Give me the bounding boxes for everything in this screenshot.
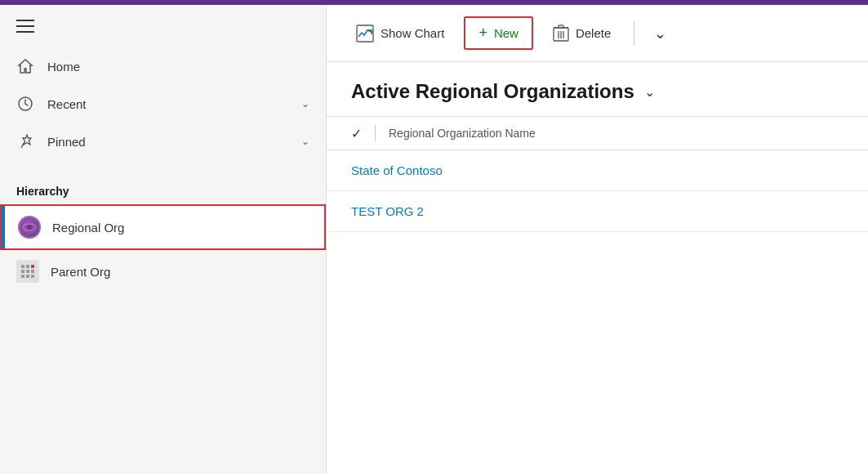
svg-rect-10 [26,270,29,273]
toolbar: Show Chart + New Delete [327,5,868,62]
list-item-link[interactable]: TEST ORG 2 [351,204,424,218]
sidebar-header [0,5,326,47]
parent-org-label: Parent Org [51,265,110,279]
checkmark-icon: ✓ [351,126,362,141]
svg-rect-12 [21,275,24,278]
main-content: Show Chart + New Delete [327,5,868,474]
sidebar-item-recent[interactable]: Recent ⌄ [0,85,326,123]
table-row[interactable]: State of Contoso [327,150,868,191]
svg-rect-9 [21,270,24,273]
show-chart-label: Show Chart [381,26,444,40]
column-header-name: Regional Organization Name [389,127,536,140]
new-label: New [494,26,519,40]
parent-org-icon [16,260,39,283]
sidebar-item-home-label: Home [47,60,309,74]
page-title: Active Regional Organizations [351,80,634,103]
svg-rect-11 [31,270,34,273]
toolbar-separator [634,21,634,46]
page-title-chevron-icon[interactable]: ⌄ [644,84,655,100]
page-header: Active Regional Organizations ⌄ [327,62,868,116]
header-separator [375,125,376,141]
delete-icon [553,25,569,42]
list-header: ✓ Regional Organization Name [327,116,868,150]
page-content-area: Active Regional Organizations ⌄ ✓ Region… [327,62,868,474]
regional-org-icon [18,216,41,239]
sidebar-item-regional-org[interactable]: Regional Org [0,204,326,250]
recent-icon [16,95,34,113]
sidebar-item-pinned[interactable]: Pinned ⌄ [0,123,326,160]
svg-point-4 [27,225,32,230]
active-accent [2,206,5,248]
pin-icon [16,132,34,150]
table-row[interactable]: TEST ORG 2 [327,191,868,232]
delete-label: Delete [576,26,611,40]
sidebar-item-home[interactable]: Home [0,47,326,85]
more-options-button[interactable]: ⌄ [644,18,676,49]
hamburger-menu-button[interactable] [16,20,34,33]
hierarchy-section-title: Hierarchy [0,168,326,204]
svg-rect-14 [31,275,34,278]
chevron-down-icon: ⌄ [654,25,666,42]
delete-button[interactable]: Delete [540,18,624,49]
new-button[interactable]: + New [464,16,533,50]
pinned-chevron-icon: ⌄ [301,136,309,147]
list-item-link[interactable]: State of Contoso [351,163,443,177]
sidebar: Home Recent ⌄ [0,5,327,474]
sidebar-nav: Home Recent ⌄ [0,47,326,168]
recent-chevron-icon: ⌄ [301,98,309,110]
home-icon [16,57,34,75]
show-chart-button[interactable]: Show Chart [343,18,457,49]
svg-rect-7 [26,265,29,268]
regional-org-label: Regional Org [52,221,124,235]
sidebar-item-pinned-label: Pinned [47,135,288,149]
sidebar-item-recent-label: Recent [47,97,288,111]
plus-icon: + [479,25,487,42]
svg-rect-8 [31,265,34,268]
svg-rect-6 [21,265,24,268]
svg-rect-13 [26,275,29,278]
chart-icon [356,25,374,42]
sidebar-item-parent-org[interactable]: Parent Org [0,250,326,293]
